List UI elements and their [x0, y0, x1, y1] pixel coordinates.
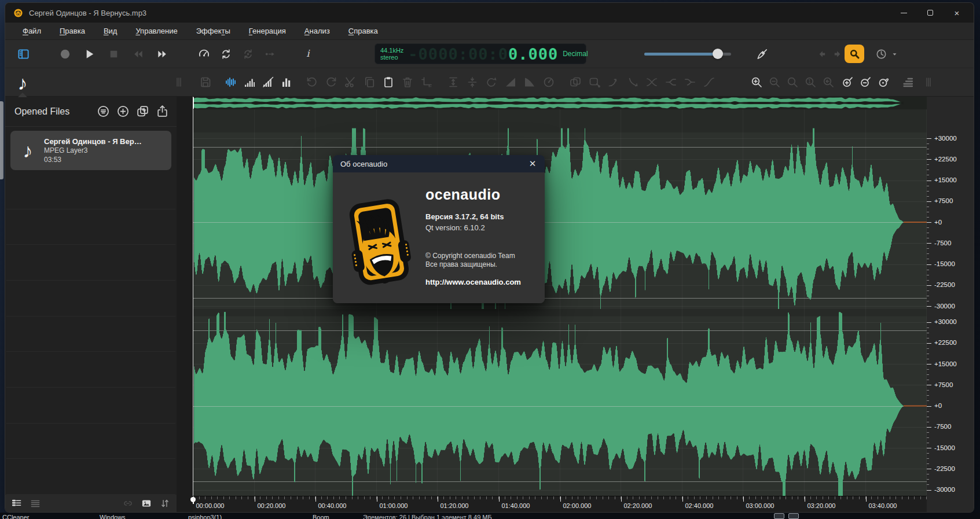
waveform-channel-2[interactable] [193, 309, 927, 496]
curve-out-icon[interactable] [626, 75, 640, 89]
filter-icon[interactable] [96, 104, 111, 119]
compress-vertical-icon[interactable] [465, 75, 479, 89]
play-icon[interactable] [83, 47, 96, 61]
split-icon[interactable] [664, 75, 678, 89]
view-list-icon[interactable] [30, 498, 41, 509]
link-icon[interactable] [122, 498, 134, 509]
image-preview-icon[interactable] [141, 498, 152, 509]
trim-icon[interactable] [420, 75, 434, 89]
view-details-icon[interactable] [11, 498, 23, 509]
cut-icon[interactable] [343, 75, 357, 89]
add-icon[interactable] [116, 104, 130, 119]
time-ruler[interactable]: 00:00.00000:20.00000:40.00001:00.00001:2… [193, 496, 927, 512]
marker-play-icon[interactable] [263, 47, 277, 61]
desktop-icon-label[interactable]: psiphon3(1) [188, 514, 222, 519]
levels-icon[interactable] [901, 75, 915, 89]
vertical-zoom-in-icon[interactable] [840, 75, 854, 89]
stop-icon[interactable] [107, 47, 120, 61]
menu-вид[interactable]: Вид [97, 25, 124, 37]
zoom-in-icon[interactable] [750, 75, 764, 89]
curve-in-icon[interactable] [607, 75, 621, 89]
sidebar-toggle-icon[interactable] [17, 47, 30, 61]
search-button[interactable] [845, 45, 864, 63]
nav-forward-icon[interactable] [832, 47, 845, 61]
fade-in-icon[interactable] [504, 75, 517, 89]
loop-marker-icon[interactable] [241, 47, 255, 61]
ruler-label: 02:00.000 [563, 502, 592, 509]
drag-handle-icon[interactable] [922, 75, 935, 89]
view-spectrogram-icon[interactable] [243, 75, 256, 89]
taskbar-window-icon[interactable] [788, 513, 799, 519]
minimize-button[interactable] [890, 4, 917, 21]
menu-генерация[interactable]: Генерация [242, 25, 293, 37]
dialog-titlebar[interactable]: Об ocenaudio ✕ [333, 155, 545, 172]
copy-icon[interactable] [362, 75, 376, 89]
taskbar-window-icon[interactable] [774, 513, 784, 519]
maximize-button[interactable] [917, 4, 944, 21]
desktop-icon-label[interactable]: CCleaner [2, 514, 29, 519]
menu-правка[interactable]: Правка [53, 25, 92, 37]
list-item [6, 209, 175, 245]
rewind-icon[interactable] [131, 47, 145, 61]
drag-handle-icon[interactable] [172, 75, 186, 89]
add-copy-icon[interactable] [135, 104, 150, 119]
reverse-icon[interactable] [485, 75, 498, 89]
ruler-label: 02:40.000 [685, 502, 714, 509]
join-icon[interactable] [683, 75, 697, 89]
editor-area: 00:00.00000:20.00000:40.00001:00.00001:2… [193, 97, 974, 512]
volume-slider[interactable] [644, 50, 731, 57]
desktop-icon-label[interactable]: Boom [313, 514, 329, 519]
view-spectrum-icon[interactable] [280, 75, 293, 89]
crossfade-icon[interactable] [645, 75, 659, 89]
undo-icon[interactable] [305, 75, 319, 89]
history-icon[interactable] [875, 47, 888, 61]
view-waveform-spectrogram-icon[interactable] [261, 75, 275, 89]
info-icon[interactable]: i [302, 47, 314, 60]
draw-tool-icon[interactable] [755, 47, 769, 61]
delete-icon[interactable] [401, 75, 414, 89]
zoom-one-icon[interactable]: 1 [803, 75, 817, 89]
dialog-body: ocenaudio Версия 3.17.2, 64 bits Qt vers… [333, 172, 545, 303]
opened-file-item[interactable]: ♪ Сергей Одинцов - Я Вер… MPEG Layer3 03… [10, 131, 171, 170]
fast-forward-icon[interactable] [156, 47, 169, 61]
file-tab-note-icon[interactable]: ♪ [12, 72, 33, 93]
fade-out-icon[interactable] [523, 75, 537, 89]
caret-down-icon[interactable] [891, 50, 898, 58]
menu-справка[interactable]: Справка [342, 25, 385, 37]
amplitude-label: +15000 [934, 360, 957, 367]
menu-анализ[interactable]: Анализ [298, 25, 337, 37]
volume-thumb[interactable] [713, 49, 723, 59]
close-button[interactable]: × [944, 4, 970, 21]
vertical-zoom-out-icon[interactable] [858, 75, 872, 89]
menu-управление[interactable]: Управление [129, 25, 184, 37]
gain-icon[interactable] [542, 75, 556, 89]
overview-strip[interactable] [193, 97, 927, 109]
time-format-label[interactable]: Decimal [563, 50, 588, 58]
desktop-icon-label[interactable]: Windows [100, 514, 126, 519]
waveform-channel-1[interactable] [193, 109, 927, 309]
smooth-curve-icon[interactable] [702, 75, 716, 89]
menu-эффекты[interactable]: Эффекты [189, 25, 237, 37]
loop-icon[interactable] [219, 47, 233, 61]
redo-icon[interactable] [324, 75, 338, 89]
menu-файл[interactable]: Файл [16, 25, 48, 37]
export-icon[interactable] [155, 104, 170, 119]
cut-region-icon[interactable] [588, 75, 601, 89]
save-icon[interactable] [199, 75, 212, 89]
vertical-zoom-reset-icon[interactable] [876, 75, 890, 89]
dialog-website-link[interactable]: http://www.ocenaudio.com [425, 278, 521, 286]
waveform-column[interactable]: 00:00.00000:20.00000:40.00001:00.00001:2… [193, 97, 927, 512]
sort-icon[interactable] [159, 498, 171, 509]
view-waveform-icon[interactable] [224, 75, 238, 89]
expand-vertical-icon[interactable] [446, 75, 460, 89]
ruler-label: 00:40.000 [318, 502, 347, 509]
zoom-selection-icon[interactable] [786, 75, 799, 89]
nav-back-icon[interactable] [814, 47, 828, 61]
zoom-out-icon[interactable] [768, 75, 781, 89]
copy-region-icon[interactable] [568, 75, 582, 89]
zoom-back-icon[interactable] [821, 75, 835, 89]
record-icon[interactable] [58, 47, 72, 61]
playback-speed-icon[interactable] [197, 47, 211, 61]
paste-icon[interactable] [381, 75, 395, 89]
dialog-close-icon[interactable]: ✕ [523, 156, 542, 171]
